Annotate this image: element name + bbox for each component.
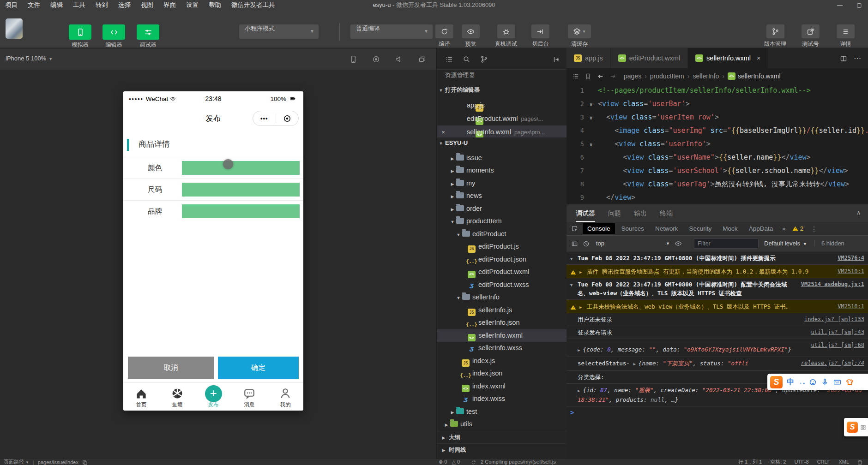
collapse-panel-button[interactable]: [553, 55, 560, 63]
debugger-tab-调试器[interactable]: 调试器: [576, 204, 595, 222]
tree-item-sellerInfo[interactable]: ▼sellerInfo: [437, 291, 567, 304]
copy-path-icon[interactable]: [82, 459, 88, 465]
more-actions-button[interactable]: ⋯: [854, 54, 862, 63]
open-editors-header[interactable]: ▼打开的编辑器: [437, 84, 567, 96]
list-button[interactable]: [445, 55, 453, 63]
devtools-tab-Mock[interactable]: Mock: [718, 223, 742, 234]
tab-消息[interactable]: 消息: [231, 383, 267, 411]
skin-icon[interactable]: [846, 378, 854, 386]
sogou-logo-icon[interactable]: S: [770, 376, 783, 388]
statusbar-item[interactable]: UTF-8: [794, 459, 808, 465]
console-source-link[interactable]: VM2514 asdebug.js:1: [801, 280, 864, 289]
tree-item-news[interactable]: ▶news: [437, 190, 567, 203]
fold-arrow-icon[interactable]: ∨: [584, 138, 598, 151]
scheme-select[interactable]: 小程序模式 ▼: [239, 24, 319, 39]
kebab-menu-icon[interactable]: ⋮: [811, 225, 817, 232]
menu-item-1[interactable]: 项目: [0, 0, 23, 10]
menu-item-8[interactable]: 界面: [158, 0, 181, 10]
close-minip-button[interactable]: [276, 114, 299, 123]
debugger-tab-问题[interactable]: 问题: [608, 204, 621, 222]
mic-icon[interactable]: [821, 378, 829, 386]
breadcrumb-item[interactable]: pages: [624, 72, 641, 80]
nav-forward-button[interactable]: [609, 72, 616, 80]
sim-phone-button[interactable]: [350, 55, 357, 63]
branch-button[interactable]: [480, 55, 488, 63]
statusbar-item[interactable]: CRLF: [817, 459, 831, 465]
console-source-link[interactable]: release.js? [sm]:74: [801, 359, 864, 368]
sim-speaker-button[interactable]: [395, 55, 403, 63]
avatar[interactable]: [6, 18, 23, 39]
expand-arrow-icon[interactable]: ▶: [578, 388, 580, 393]
menu-item-11[interactable]: 微信开发者工具: [226, 0, 280, 10]
expand-arrow-icon[interactable]: ▶: [633, 362, 635, 366]
menu-item-10[interactable]: 帮助: [204, 0, 226, 10]
log-levels-select[interactable]: Default levels▼: [764, 240, 807, 247]
eye-icon[interactable]: [675, 239, 682, 247]
context-select[interactable]: top▼: [596, 240, 670, 247]
menu-item-5[interactable]: 转到: [90, 0, 113, 10]
menu-item-9[interactable]: 设置: [181, 0, 204, 10]
breadcrumb-item[interactable]: sellerInfo: [693, 72, 719, 80]
open-editor-sellerInfo.wxml[interactable]: ×<>sellerInfo.wxmlpages\pro...: [437, 125, 567, 139]
notifications-icon[interactable]: [857, 459, 862, 465]
console-source-link[interactable]: VM2576:4: [838, 254, 864, 262]
console-source-link[interactable]: VM2510:1: [838, 302, 864, 311]
device-selector[interactable]: iPhone 5 100%▼: [6, 55, 53, 62]
devtools-tab-AppData[interactable]: AppData: [744, 223, 778, 234]
emoji-icon[interactable]: [809, 378, 817, 386]
section-时间线[interactable]: ▶时间线: [437, 443, 567, 456]
console-source-link[interactable]: util.js? [sm]:43: [811, 328, 864, 337]
tree-item-sellerInfo.js[interactable]: JSsellerInfo.js: [437, 304, 567, 317]
tree-item-my[interactable]: ▶my: [437, 177, 567, 190]
clear-console-icon[interactable]: [583, 239, 590, 247]
statusbar-item[interactable]: 行 1，列 1: [738, 459, 762, 465]
external-button[interactable]: [802, 24, 820, 38]
more-menu-button[interactable]: •••: [253, 115, 276, 122]
console-sidebar-icon[interactable]: [571, 239, 578, 247]
statusbar-item[interactable]: XML: [838, 459, 849, 465]
debugger-tab-输出[interactable]: 输出: [634, 204, 647, 222]
toggle-phone-button[interactable]: [69, 24, 91, 40]
overflow-tabs-button[interactable]: »: [782, 225, 786, 232]
open-editor-editProduct.wxml[interactable]: <>editProduct.wxmlpages\...: [437, 112, 567, 125]
tree-item-editProduct.json[interactable]: {..}editProduct.json: [437, 253, 567, 266]
refresh-button[interactable]: [435, 24, 453, 38]
console-source-link[interactable]: index.js? [sm]:133: [804, 315, 864, 324]
menu-item-7[interactable]: 视图: [136, 0, 158, 10]
expand-arrow-icon[interactable]: ▶: [578, 348, 580, 352]
tree-item-index.wxml[interactable]: <>index.wxml: [437, 380, 567, 393]
maximize-button[interactable]: ▢: [856, 0, 862, 10]
warning-count-badge[interactable]: 2: [792, 225, 804, 232]
search-button[interactable]: [463, 55, 470, 63]
keyboard-icon[interactable]: [833, 378, 842, 386]
tab-首页[interactable]: 首页: [123, 383, 159, 411]
tab-我的[interactable]: 我的: [267, 383, 303, 411]
devtools-tab-Network[interactable]: Network: [651, 223, 683, 234]
颜色-input[interactable]: [182, 161, 300, 175]
nav-back-button[interactable]: [597, 72, 604, 80]
devtools-tab-Console[interactable]: Console: [583, 223, 615, 234]
warning-count[interactable]: △ 0: [452, 459, 460, 465]
console-prompt[interactable]: >: [567, 406, 868, 418]
tree-item-test[interactable]: ▶test: [437, 405, 567, 418]
tree-item-index.json[interactable]: {..}index.json: [437, 367, 567, 380]
tree-item-editProduct.wxss[interactable]: ƷeditProduct.wxss: [437, 279, 567, 292]
project-root-header[interactable]: ▼ESYU-U: [437, 137, 567, 148]
page-path-selector[interactable]: 页面路径 ▼: [4, 459, 29, 465]
expand-arrow-icon[interactable]: ▶: [579, 268, 582, 277]
editor-tab-app.js[interactable]: JSapp.js: [567, 48, 611, 68]
inspect-element-button[interactable]: [571, 225, 578, 232]
tree-item-sellerInfo.json[interactable]: {..}sellerInfo.json: [437, 316, 567, 329]
menu3-button[interactable]: [837, 24, 855, 38]
tree-item-sellerInfo.wxml[interactable]: <>sellerInfo.wxml: [437, 329, 567, 342]
layers-button[interactable]: ▼: [568, 24, 591, 38]
toggle-code-button[interactable]: [102, 24, 125, 40]
尺码-input[interactable]: [182, 183, 300, 197]
open-editor-app.js[interactable]: JSapp.js: [437, 99, 567, 112]
menu-item-6[interactable]: 选择: [113, 0, 136, 10]
section-大纲[interactable]: ▶大纲: [437, 431, 567, 444]
sim-record-button[interactable]: [372, 55, 380, 63]
menu-item-3[interactable]: 编辑: [45, 0, 68, 10]
eye-button[interactable]: [462, 24, 480, 38]
bookmark-icon[interactable]: [585, 72, 591, 80]
